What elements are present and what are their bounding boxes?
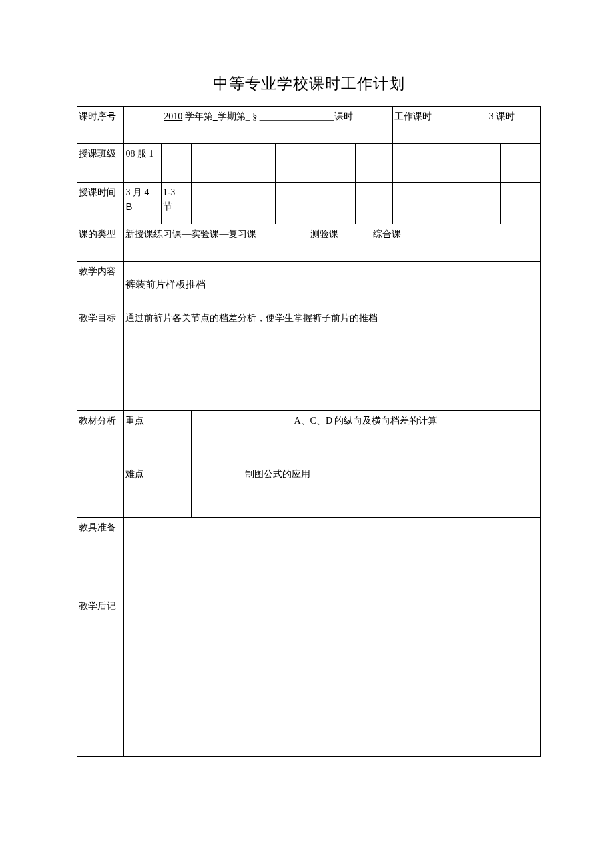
notes-content <box>124 596 541 757</box>
teaching-objective: 通过前裤片各关节点的档差分析，使学生掌握裤子前片的推档 <box>124 308 541 411</box>
time-date: 3 月 4 B <box>124 183 161 224</box>
lesson-number-content: 2010 学年第 学期第_ § ________________课时 <box>124 107 392 144</box>
class-empty-3 <box>228 144 275 183</box>
row-class: 授课班级 08 服 1 <box>77 144 541 183</box>
label-content: 教学内容 <box>77 262 124 308</box>
label-notes: 教学后记 <box>77 596 124 757</box>
class-empty-9 <box>463 144 500 183</box>
time-period: 1-3 节 <box>161 183 191 224</box>
time-empty-4 <box>312 183 355 224</box>
label-materials: 教具准备 <box>77 518 124 596</box>
time-empty-5 <box>356 183 392 224</box>
time-empty-2 <box>228 183 275 224</box>
class-empty-2 <box>191 144 228 183</box>
work-hours-value: 3 课时 <box>463 107 541 144</box>
work-hours-label: 工作课时 <box>392 107 463 144</box>
label-lesson-number: 课时序号 <box>77 107 124 144</box>
label-difficulty: 难点 <box>124 464 192 518</box>
class-empty-1 <box>161 144 191 183</box>
label-time: 授课时间 <box>77 183 124 224</box>
row-lesson-number: 课时序号 2010 学年第 学期第_ § ________________课时 … <box>77 107 541 144</box>
class-empty-7 <box>392 144 426 183</box>
lesson-type-content: 新授课练习课—实验课—复习课 ___________测验课 _______综合课… <box>124 224 541 262</box>
class-empty-10 <box>500 144 540 183</box>
page-title: 中等专业学校课时工作计划 <box>77 73 541 94</box>
row-content: 教学内容 裤装前片样板推档 <box>77 262 541 308</box>
time-empty-6 <box>392 183 426 224</box>
time-empty-7 <box>426 183 463 224</box>
difficulty-content: 制图公式的应用 <box>191 464 540 518</box>
materials-content <box>124 518 541 596</box>
row-analysis-focus: 教材分析 重点 A、C、D 的纵向及横向档差的计算 <box>77 411 541 464</box>
focus-content: A、C、D 的纵向及横向档差的计算 <box>191 411 540 464</box>
row-notes: 教学后记 <box>77 596 541 757</box>
class-empty-4 <box>275 144 312 183</box>
label-objective: 教学目标 <box>77 308 124 411</box>
class-empty-8 <box>426 144 463 183</box>
row-lesson-type: 课的类型 新授课练习课—实验课—复习课 ___________测验课 _____… <box>77 224 541 262</box>
label-analysis: 教材分析 <box>77 411 124 518</box>
time-empty-1 <box>191 183 228 224</box>
row-analysis-difficulty: 难点 制图公式的应用 <box>77 464 541 518</box>
time-empty-8 <box>463 183 500 224</box>
row-objective: 教学目标 通过前裤片各关节点的档差分析，使学生掌握裤子前片的推档 <box>77 308 541 411</box>
label-class: 授课班级 <box>77 144 124 183</box>
class-empty-5 <box>312 144 355 183</box>
time-empty-9 <box>500 183 540 224</box>
lesson-plan-table: 课时序号 2010 学年第 学期第_ § ________________课时 … <box>77 106 541 757</box>
label-lesson-type: 课的类型 <box>77 224 124 262</box>
label-focus: 重点 <box>124 411 192 464</box>
row-materials: 教具准备 <box>77 518 541 596</box>
row-time: 授课时间 3 月 4 B 1-3 节 <box>77 183 541 224</box>
time-empty-3 <box>275 183 312 224</box>
class-empty-6 <box>356 144 392 183</box>
teaching-content: 裤装前片样板推档 <box>124 262 541 308</box>
class-value: 08 服 1 <box>124 144 161 183</box>
